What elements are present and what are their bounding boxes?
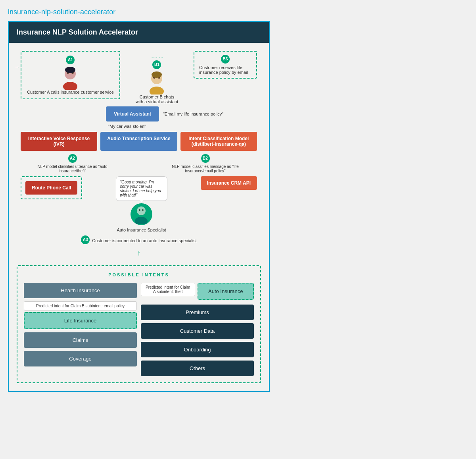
health-insurance-item[interactable]: Health Insurance: [24, 283, 137, 298]
badge-b1: B1: [152, 60, 161, 69]
lower-flow: Route Phone Call "Good morning. I'm sorr…: [21, 176, 257, 232]
intents-left-col: Health Insurance Predicted intent for Cl…: [24, 283, 137, 376]
others-item[interactable]: Others: [141, 361, 254, 376]
avatar-b-icon: [146, 71, 167, 94]
claims-item[interactable]: Claims: [24, 332, 137, 348]
svg-point-12: [139, 209, 140, 211]
intents-right-col: Predicted intent for Claim A subintent: …: [141, 283, 254, 376]
life-insurance-item[interactable]: Life Insurance: [24, 312, 137, 329]
diagram-area: → A1 Customer A calls insurance customer…: [9, 43, 269, 391]
insurance-crm-box[interactable]: Insurance CRM API: [201, 176, 257, 190]
audio-transcription-box[interactable]: Audio Transcription Service: [100, 132, 177, 151]
va-quote: "Email my life insurance policy": [163, 112, 223, 116]
intents-section: POSSIBLE INTENTS Health Insurance Predic…: [17, 265, 261, 383]
ivr-box[interactable]: Interactive Voice Response (IVR): [21, 132, 97, 151]
intents-label: POSSIBLE INTENTS: [24, 272, 254, 277]
customer-a-group: → A1 Customer A calls insurance customer…: [21, 51, 120, 99]
b3-group: B3 Customer receives life insurance poli…: [194, 51, 257, 79]
header-bar: Insurance NLP Solution Accelerator: [9, 22, 269, 43]
intents-grid: Health Insurance Predicted intent for Cl…: [24, 283, 254, 376]
svg-point-10: [137, 206, 146, 215]
customer-b-group: ←- - - B1 Customer B chats with a virtua…: [135, 55, 178, 104]
svg-point-1: [63, 82, 77, 90]
a3-section: A3 Customer is connected to an auto insu…: [21, 235, 257, 246]
route-phone-call-box[interactable]: Route Phone Call: [25, 181, 77, 195]
b3-desc: Customer receives life insurance policy …: [199, 65, 251, 75]
speech-bubble: "Good morning. I'm sorry your car was st…: [116, 176, 167, 201]
specialist-avatar: [131, 203, 152, 225]
b2-desc: NLP model classifies message as "life in…: [170, 164, 241, 173]
up-arrow: ↑: [17, 249, 261, 257]
svg-point-6: [150, 87, 164, 94]
a3-desc: Customer is connected to an auto insuran…: [92, 238, 197, 243]
intent-classification-box[interactable]: Intent Classification Model (distilbert-…: [180, 132, 257, 151]
customer-a-label: Customer A calls insurance customer serv…: [27, 90, 114, 94]
svg-point-9: [152, 71, 162, 78]
customer-data-item[interactable]: Customer Data: [141, 323, 254, 339]
badge-a1: A1: [66, 56, 75, 64]
right-flow: Insurance CRM API: [201, 176, 257, 190]
car-stolen-note: "My car was stolen": [108, 124, 146, 129]
premiums-item[interactable]: Premiums: [141, 305, 254, 320]
left-dashed-group: Route Phone Call: [21, 176, 82, 199]
predicted-a-tooltip: Predicted intent for Claim A subintent: …: [141, 283, 195, 296]
auto-insurance-item[interactable]: Auto Insurance: [198, 283, 254, 300]
virtual-assistant-box[interactable]: Virtual Assistant: [106, 106, 159, 122]
three-boxes-row: Interactive Voice Response (IVR) Audio T…: [21, 132, 257, 151]
coverage-item[interactable]: Coverage: [24, 351, 137, 366]
badge-a3: A3: [81, 235, 90, 244]
svg-point-4: [65, 67, 75, 73]
specialist-section: "Good morning. I'm sorry your car was st…: [86, 176, 196, 232]
main-container: Insurance NLP Solution Accelerator → A1 …: [8, 21, 270, 392]
badge-a2: A2: [68, 154, 77, 163]
svg-point-13: [142, 209, 144, 211]
svg-point-11: [135, 217, 148, 224]
customer-b-label: Customer B chats with a virtual assistan…: [135, 94, 178, 104]
specialist-label: Auto Insurance Specialist: [117, 228, 166, 232]
avatar-a-icon: [60, 66, 81, 90]
badge-b3: B3: [221, 55, 230, 64]
predicted-b-tooltip: Predicted intent for Claim B subintent: …: [24, 301, 137, 310]
onboarding-item[interactable]: Onboarding: [141, 342, 254, 357]
a2-desc: NLP model classifies utterance as "auto …: [37, 164, 108, 173]
page-title: insurance-nlp-solution-accelerator: [8, 8, 468, 16]
badge-b2: B2: [201, 154, 210, 163]
